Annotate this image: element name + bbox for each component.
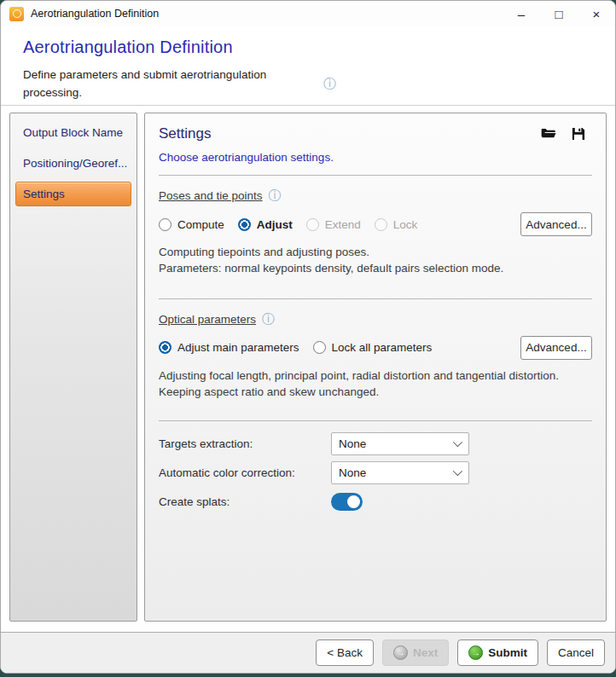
radio-adjust-main-parameters[interactable] [159,341,171,354]
create-splats-toggle[interactable] [331,493,363,511]
radio-extend-label: Extend [325,218,361,231]
sidebar-item-output-block-name[interactable]: Output Block Name [15,120,131,145]
poses-section-label: Poses and tie points [159,189,263,202]
targets-extraction-value: None [339,437,366,450]
optical-section-label: Optical parameters [159,313,256,326]
optical-info-icon[interactable]: ⓘ [262,311,275,327]
footer-bar: < Back → Next → Submit Cancel [1,632,615,673]
settings-panel: Settings Choose aerotriangulation settin… [144,113,607,622]
dialog-window: Aerotriangulation Definition – □ × Aerot… [0,0,616,674]
back-button[interactable]: < Back [316,639,374,666]
radio-lock-all-parameters[interactable] [313,341,326,354]
radio-extend [306,218,319,231]
panel-subtitle: Choose aerotriangulation settings. [159,151,592,164]
cancel-button[interactable]: Cancel [547,639,605,666]
optical-description-line1: Adjusting focal length, principal point,… [159,368,570,385]
title-bar: Aerotriangulation Definition – □ × [1,1,615,26]
extra-settings: Targets extraction: None Automatic color… [159,432,592,513]
panel-title: Settings [159,125,211,142]
open-folder-icon[interactable] [540,125,557,142]
poses-advanced-button[interactable]: Advanced... [520,212,592,236]
targets-extraction-dropdown[interactable]: None [331,432,469,455]
poses-description-line1: Computing tiepoints and adjusting poses. [159,245,570,261]
minimize-button[interactable]: – [503,1,540,26]
save-icon[interactable] [570,125,587,142]
poses-options: Compute Adjust Extend Lock Advanced... [159,212,592,236]
radio-lock-all-parameters-label[interactable]: Lock all parameters [332,341,433,354]
content-area: Output Block Name Positioning/Georef... … [1,105,615,629]
color-correction-label: Automatic color correction: [159,466,331,479]
radio-compute[interactable] [159,218,171,231]
page-header: Aerotriangulation Definition Define para… [1,26,615,105]
chevron-down-icon [453,466,462,476]
submit-arrow-icon: → [468,645,483,660]
optical-description: Adjusting focal length, principal point,… [159,368,570,401]
maximize-button[interactable]: □ [540,1,578,26]
toggle-knob [347,495,360,508]
close-button[interactable]: × [578,1,615,26]
window-controls: – □ × [503,1,615,26]
next-button: → Next [382,639,449,666]
page-title: Aerotriangulation Definition [23,38,593,57]
optical-advanced-button[interactable]: Advanced... [520,336,592,360]
submit-button-label: Submit [488,646,527,659]
radio-adjust-main-parameters-label[interactable]: Adjust main parameters [177,341,299,354]
app-icon [9,7,24,21]
radio-lock-label: Lock [393,218,418,231]
optical-options: Adjust main parameters Lock all paramete… [159,336,592,360]
radio-compute-label[interactable]: Compute [177,218,224,231]
sidebar-item-settings[interactable]: Settings [15,182,131,206]
page-subtitle: Define parameters and submit aerotriangu… [23,67,305,102]
sidebar-item-positioning-georef[interactable]: Positioning/Georef... [15,151,131,176]
targets-extraction-label: Targets extraction: [159,437,331,450]
radio-adjust[interactable] [238,218,251,231]
color-correction-value: None [339,466,366,479]
color-correction-dropdown[interactable]: None [331,461,469,484]
info-icon[interactable]: ⓘ [323,76,336,92]
submit-button[interactable]: → Submit [457,639,538,666]
next-arrow-icon: → [393,645,408,660]
create-splats-label: Create splats: [159,495,331,508]
window-title: Aerotriangulation Definition [31,8,159,20]
poses-description: Computing tiepoints and adjusting poses.… [159,245,570,277]
radio-adjust-label[interactable]: Adjust [257,218,293,231]
optical-description-line2: Keeping aspect ratio and skew unchanged. [159,385,570,401]
radio-lock [375,218,387,231]
poses-info-icon[interactable]: ⓘ [269,188,282,204]
wizard-steps-sidebar: Output Block Name Positioning/Georef... … [9,113,137,622]
next-button-label: Next [413,646,438,659]
chevron-down-icon [453,437,462,447]
poses-description-line2: Parameters: normal keypoints density, de… [159,261,570,277]
